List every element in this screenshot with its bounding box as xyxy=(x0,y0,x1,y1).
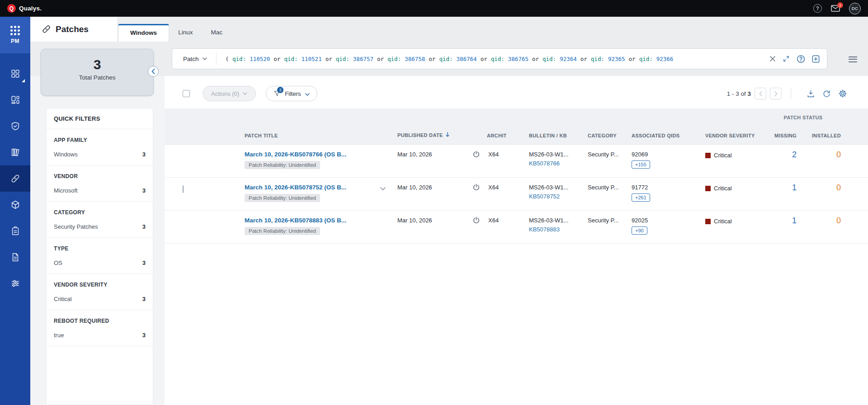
missing-count[interactable]: 1 xyxy=(759,178,802,193)
qid-value: 91772 xyxy=(632,184,700,191)
missing-count[interactable]: 1 xyxy=(759,211,802,226)
filters-button[interactable]: 2 Filters xyxy=(266,86,317,101)
sidebar-item-policies[interactable] xyxy=(0,113,30,139)
sidebar-item-deployment-jobs[interactable] xyxy=(0,218,30,244)
qid-more-badge[interactable]: +261 xyxy=(632,193,650,202)
missing-count[interactable]: 2 xyxy=(759,145,802,160)
bulletin-id: MS26-03-W1... xyxy=(529,184,583,191)
apps-grid-icon xyxy=(10,26,20,35)
kb-link[interactable]: KB5078752 xyxy=(529,193,583,200)
filter-item-microsoft[interactable]: Microsoft 3 xyxy=(54,187,146,194)
table-row[interactable]: March 10, 2026-KB5078883 (OS B... Patch … xyxy=(165,211,868,244)
filter-item-name: Windows xyxy=(54,151,78,158)
search-scope-dropdown[interactable]: Patch xyxy=(172,56,216,62)
sidebar-item-reports[interactable] xyxy=(0,244,30,270)
kb-link[interactable]: KB5078883 xyxy=(529,226,583,233)
kb-link[interactable]: KB5078766 xyxy=(529,160,583,167)
installed-count[interactable]: 0 xyxy=(802,211,847,226)
filter-group-app-family: APP FAMILY Windows 3 xyxy=(47,129,153,165)
download-icon[interactable] xyxy=(807,89,815,98)
select-all-checkbox[interactable] xyxy=(183,90,190,97)
column-header-missing[interactable]: MISSING xyxy=(759,133,802,138)
previous-page-button[interactable] xyxy=(755,88,766,99)
sidebar-item-configuration[interactable] xyxy=(0,270,30,297)
notifications-button[interactable]: 2 xyxy=(831,5,840,12)
table-header: PATCH STATUS PATCH TITLE PUBLISHED DATE … xyxy=(165,108,868,145)
module-picker-icon xyxy=(10,69,20,79)
column-header-architecture[interactable]: ARCHIT xyxy=(487,133,527,138)
severity-label: Critical xyxy=(714,152,732,159)
filter-group-label: APP FAMILY xyxy=(54,137,146,143)
patch-title-link[interactable]: March 10, 2026-KB5078766 (OS B... xyxy=(245,151,397,158)
expand-search-icon[interactable] xyxy=(783,55,790,62)
tab-mac[interactable]: Mac xyxy=(202,24,231,42)
search-help-icon[interactable] xyxy=(797,55,805,63)
tab-linux[interactable]: Linux xyxy=(169,24,202,42)
qualys-logo-icon: Q xyxy=(7,4,16,13)
page-header: Patches Windows Linux Mac xyxy=(30,17,868,42)
knowledgebase-icon xyxy=(10,147,20,157)
topbar: Q Qualys. ? 2 DC xyxy=(0,0,868,17)
filter-item-critical[interactable]: Critical 3 xyxy=(54,296,146,302)
filter-item-count: 3 xyxy=(142,259,146,266)
search-scope-label: Patch xyxy=(183,56,199,62)
sidebar-item-patches[interactable] xyxy=(0,165,30,192)
filter-group-label: CATEGORY xyxy=(54,209,146,216)
associated-qids-cell: 92025 +90 xyxy=(623,211,700,235)
sidebar-item-knowledgebase[interactable] xyxy=(0,139,30,165)
menu-icon[interactable] xyxy=(849,55,857,64)
collapse-panel-button[interactable] xyxy=(148,66,159,77)
sidebar-item-dashboard[interactable] xyxy=(0,87,30,113)
column-header-associated-qids[interactable]: ASSOCIATED QIDS xyxy=(623,133,700,138)
actions-label: Actions (0) xyxy=(211,90,239,97)
settings-gear-icon[interactable] xyxy=(838,89,847,98)
filter-item-reboot-true[interactable]: true 3 xyxy=(54,332,146,339)
column-header-category[interactable]: CATEGORY xyxy=(583,133,623,138)
qid-value: 92069 xyxy=(632,151,700,158)
search-query[interactable]: (qid:110520orqid:110521orqid:386757orqid… xyxy=(217,56,769,62)
column-header-patch-title[interactable]: PATCH TITLE xyxy=(239,133,397,138)
next-page-button[interactable] xyxy=(770,88,782,99)
row-expander-icon[interactable] xyxy=(380,185,386,192)
filter-item-os[interactable]: OS 3 xyxy=(54,259,146,266)
installed-count[interactable]: 0 xyxy=(802,145,847,160)
column-header-vendor-severity[interactable]: VENDOR SEVERITY xyxy=(700,133,759,138)
sidebar-item-assets[interactable] xyxy=(0,192,30,218)
filter-item-windows[interactable]: Windows 3 xyxy=(54,151,146,158)
row-checkbox[interactable] xyxy=(183,185,184,193)
filter-group-type: TYPE OS 3 xyxy=(47,238,153,274)
qid-more-badge[interactable]: +155 xyxy=(632,160,650,169)
column-header-bulletin-kb[interactable]: BULLETIN / KB xyxy=(527,133,583,138)
refresh-icon[interactable] xyxy=(822,89,831,98)
app-label: PM xyxy=(11,38,19,44)
column-header-published-date[interactable]: PUBLISHED DATE xyxy=(397,132,465,138)
patch-title-link[interactable]: March 10, 2026-KB5078883 (OS B... xyxy=(245,217,397,224)
installed-count[interactable]: 0 xyxy=(802,178,847,193)
vendor-severity-cell: Critical xyxy=(700,178,759,192)
patch-title-link[interactable]: March 10, 2026-KB5078752 (OS B... xyxy=(245,184,397,191)
actions-button[interactable]: Actions (0) xyxy=(203,86,256,101)
configuration-icon xyxy=(10,278,20,288)
clear-search-icon[interactable] xyxy=(769,56,776,62)
published-date-cell: Mar 10, 2026 xyxy=(397,145,465,158)
reboot-required-cell xyxy=(465,178,487,191)
column-header-installed[interactable]: INSTALLED xyxy=(802,133,847,138)
filter-item-security-patches[interactable]: Security Patches 3 xyxy=(54,223,146,230)
category-cell: Security P... xyxy=(583,145,623,158)
published-date-cell: Mar 10, 2026 xyxy=(397,178,465,191)
qualys-logo[interactable]: Q Qualys. xyxy=(7,4,42,13)
table-row[interactable]: March 10, 2026-KB5078752 (OS B... Patch … xyxy=(165,178,868,211)
dashboard-icon xyxy=(10,95,20,105)
shield-icon xyxy=(10,121,20,131)
help-icon[interactable]: ? xyxy=(813,4,822,13)
sidebar-item-module-picker[interactable] xyxy=(0,61,30,87)
add-to-search-icon[interactable] xyxy=(812,55,820,63)
critical-severity-icon xyxy=(705,219,711,224)
total-patches-card[interactable]: 3 Total Patches xyxy=(41,49,154,96)
sort-descending-icon[interactable] xyxy=(445,132,450,138)
qid-more-badge[interactable]: +90 xyxy=(632,226,647,235)
tab-windows[interactable]: Windows xyxy=(118,24,169,42)
app-picker-tile[interactable]: PM xyxy=(0,17,30,53)
table-row[interactable]: March 10, 2026-KB5078766 (OS B... Patch … xyxy=(165,145,868,178)
avatar[interactable]: DC xyxy=(849,3,861,14)
